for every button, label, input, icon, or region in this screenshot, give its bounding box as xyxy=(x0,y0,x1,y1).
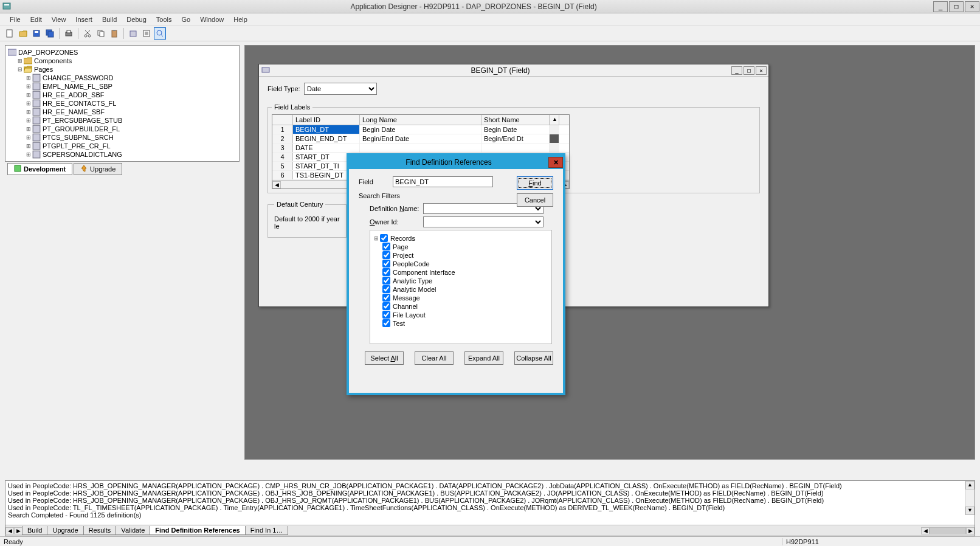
minimize-button[interactable]: _ xyxy=(933,1,948,12)
scroll-down-icon[interactable]: ▼ xyxy=(965,506,975,515)
tree-page[interactable]: ⊞PT_ERCSUBPAGE_STUB xyxy=(8,116,236,125)
tab-validate[interactable]: Validate xyxy=(116,526,150,535)
collapse-all-button[interactable]: Collapse All xyxy=(514,351,553,365)
grid-col-shortname[interactable]: Short Name xyxy=(481,115,550,125)
grid-col-longname[interactable]: Long Name xyxy=(360,115,481,125)
tab-upgrade[interactable]: Upgrade xyxy=(74,163,122,175)
tree-folder-components[interactable]: ⊞ Components xyxy=(8,57,236,65)
collapse-icon[interactable]: ⊟ xyxy=(16,66,24,72)
project-icon[interactable] xyxy=(127,27,139,40)
menu-debug[interactable]: Debug xyxy=(122,15,151,24)
checkbox[interactable] xyxy=(382,268,390,276)
tree-page[interactable]: ⊞PT_GROUPBUILDER_FL xyxy=(8,125,236,133)
output-line[interactable]: Search Completed - Found 1125 definition… xyxy=(8,511,972,519)
tab-upgrade-out[interactable]: Upgrade xyxy=(47,526,83,535)
checkbox[interactable] xyxy=(382,251,390,259)
grid-col-index[interactable] xyxy=(272,115,293,125)
tab-find-references[interactable]: Find Definition References xyxy=(150,526,245,535)
field-type-select[interactable]: Date xyxy=(304,83,377,95)
menu-edit[interactable]: Edit xyxy=(26,15,47,24)
inner-close-button[interactable]: ✕ xyxy=(756,66,767,75)
checkbox[interactable] xyxy=(380,234,388,242)
owner-id-select[interactable] xyxy=(423,216,543,227)
checkbox[interactable] xyxy=(382,243,390,251)
grid-scroll-left[interactable]: ◀ xyxy=(272,181,281,188)
output-line[interactable]: Used in PeopleCode: HRS_JOB_OPENING_MANA… xyxy=(8,489,972,497)
open-icon[interactable] xyxy=(17,27,29,40)
tree-page[interactable]: ⊞CHANGE_PASSWORD xyxy=(8,74,236,82)
tree-root[interactable]: DAP_DROPZONES xyxy=(8,48,236,57)
definition-types-tree[interactable]: ⊞Records Page Project PeopleCode Compone… xyxy=(370,230,552,344)
paste-icon[interactable] xyxy=(108,27,120,40)
checkbox[interactable] xyxy=(382,277,390,285)
menu-view[interactable]: View xyxy=(47,15,71,24)
dialog-close-button[interactable]: ✕ xyxy=(548,157,563,168)
tree-page[interactable]: ⊞PTGPLT_PRE_CR_FL xyxy=(8,142,236,150)
checkbox[interactable] xyxy=(382,319,390,327)
output-line[interactable]: Used in PeopleCode: HRS_JOB_OPENING_MANA… xyxy=(8,497,972,504)
output-hscroll-left[interactable]: ◀ xyxy=(921,527,930,534)
references-icon[interactable] xyxy=(154,27,166,40)
checkbox[interactable] xyxy=(382,294,390,302)
check-peoplecode[interactable]: PeopleCode xyxy=(374,260,548,268)
grid-row[interactable]: 1BEGIN_DTBegin DateBegin Date xyxy=(272,125,569,134)
checkbox[interactable] xyxy=(382,285,390,293)
check-page[interactable]: Page xyxy=(374,243,548,251)
menu-file[interactable]: File xyxy=(5,15,26,24)
properties-icon[interactable] xyxy=(140,27,153,40)
maximize-button[interactable]: □ xyxy=(949,1,964,12)
tab-results[interactable]: Results xyxy=(83,526,117,535)
output-line[interactable]: Used in PeopleCode: HRS_JOB_OPENING_MANA… xyxy=(8,482,972,489)
tree-page[interactable]: ⊞HR_EE_CONTACTS_FL xyxy=(8,99,236,108)
copy-icon[interactable] xyxy=(95,27,107,40)
menu-window[interactable]: Window xyxy=(195,15,229,24)
save-all-icon[interactable] xyxy=(44,27,56,40)
expand-icon[interactable]: ⊞ xyxy=(16,58,24,64)
check-project[interactable]: Project xyxy=(374,251,548,260)
output-line[interactable]: Used in PeopleCode: TL_FL_TIMESHEET(APPL… xyxy=(8,504,972,511)
save-icon[interactable] xyxy=(30,27,43,40)
expand-icon[interactable]: ⊞ xyxy=(374,235,380,241)
select-all-button[interactable]: Select All xyxy=(365,351,404,365)
menu-insert[interactable]: Insert xyxy=(71,15,97,24)
output-vscroll[interactable]: ▲ ▼ xyxy=(965,481,975,515)
print-icon[interactable] xyxy=(63,27,75,40)
find-button[interactable]: Find xyxy=(517,176,553,190)
expand-all-button[interactable]: Expand All xyxy=(464,351,503,365)
check-channel[interactable]: Channel xyxy=(374,302,548,311)
tab-find-in[interactable]: Find In 1… xyxy=(245,526,289,535)
grid-row[interactable]: 3DATE xyxy=(272,143,569,153)
tree-folder-pages[interactable]: ⊟ Pages xyxy=(8,65,236,74)
project-tree[interactable]: DAP_DROPZONES ⊞ Components ⊟ Pages ⊞CHAN… xyxy=(5,46,239,161)
checkbox[interactable] xyxy=(382,311,390,319)
tab-scroll-left[interactable]: ◀ xyxy=(5,527,14,534)
tree-page[interactable]: ⊞EMPL_NAME_FL_SBP xyxy=(8,82,236,91)
inner-minimize-button[interactable]: _ xyxy=(731,66,742,75)
tree-page[interactable]: ⊞SCPERSONALDICTLANG xyxy=(8,150,236,159)
grid-scroll-up[interactable]: ▲ xyxy=(550,115,559,125)
output-lines[interactable]: Used in PeopleCode: HRS_JOB_OPENING_MANA… xyxy=(5,481,975,525)
cancel-button[interactable]: Cancel xyxy=(517,193,553,207)
tab-scroll-right[interactable]: ▶ xyxy=(14,527,22,534)
checkbox[interactable] xyxy=(382,260,390,268)
close-button[interactable]: ✕ xyxy=(965,1,979,12)
tree-page[interactable]: ⊞HR_EE_NAME_SBF xyxy=(8,108,236,116)
cut-icon[interactable] xyxy=(81,27,94,40)
menu-go[interactable]: Go xyxy=(176,15,195,24)
check-message[interactable]: Message xyxy=(374,294,548,302)
menu-build[interactable]: Build xyxy=(97,15,122,24)
checkbox[interactable] xyxy=(382,302,390,310)
tree-page[interactable]: ⊞PTCS_SUBPNL_SRCH xyxy=(8,133,236,142)
inner-maximize-button[interactable]: □ xyxy=(744,66,754,75)
grid-row[interactable]: 2BEGIN_END_DTBegin/End DateBegin/End Dt xyxy=(272,134,569,143)
tree-page[interactable]: ⊞HR_EE_ADDR_SBF xyxy=(8,91,236,99)
scroll-up-icon[interactable]: ▲ xyxy=(965,481,975,489)
tab-development[interactable]: Development xyxy=(7,163,72,175)
output-hscroll-right[interactable]: ▶ xyxy=(966,527,975,534)
new-icon[interactable] xyxy=(4,27,16,40)
dialog-field-input[interactable] xyxy=(393,176,493,187)
grid-col-labelid[interactable]: Label ID xyxy=(293,115,360,125)
check-ci[interactable]: Component Interface xyxy=(374,268,548,277)
check-file-layout[interactable]: File Layout xyxy=(374,311,548,319)
menu-tools[interactable]: Tools xyxy=(151,15,177,24)
